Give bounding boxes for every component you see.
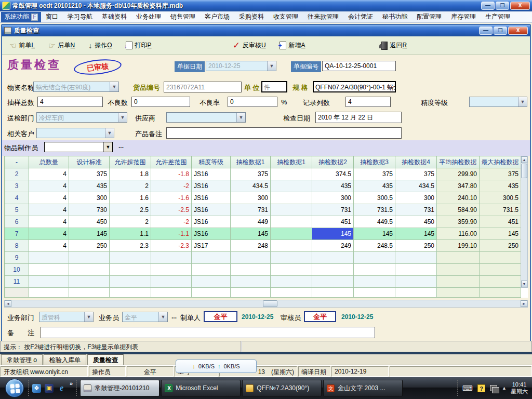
table-cell[interactable]: 449.5 [354, 216, 395, 228]
tab-3[interactable]: 质量检查 [87, 354, 124, 365]
table-cell[interactable] [271, 216, 312, 228]
maker-combo[interactable]: ▼ [44, 142, 113, 152]
table-cell[interactable] [231, 264, 271, 276]
table-cell[interactable]: 145 [480, 228, 521, 240]
unaudit-button[interactable]: ✓反审核U [233, 40, 266, 51]
table-cell[interactable]: 240.10 [437, 192, 480, 204]
table-cell[interactable]: 116.00 [437, 228, 480, 240]
table-cell[interactable]: 450 [395, 216, 437, 228]
prev-button[interactable]: ☜前单L [9, 41, 35, 50]
table-cell[interactable] [110, 276, 151, 288]
table-cell[interactable] [271, 180, 312, 192]
chevron-icon[interactable]: » [70, 380, 73, 387]
table-cell[interactable]: JS16 [192, 192, 231, 204]
taskbar-button[interactable]: 金山文字 2003 ... [323, 380, 403, 396]
table-cell[interactable] [437, 276, 480, 288]
table-cell[interactable]: -2 [151, 216, 192, 228]
table-cell[interactable]: -1.1 [151, 228, 192, 240]
table-cell[interactable] [271, 204, 312, 216]
table-cell[interactable]: -1.6 [151, 192, 192, 204]
table-cell[interactable] [271, 168, 312, 180]
menu-item[interactable]: 秘书功能 [378, 11, 412, 22]
vscroll-thumb[interactable] [521, 164, 527, 178]
table-cell[interactable] [354, 252, 395, 264]
restore-button[interactable]: ❐ [496, 2, 509, 10]
table-cell[interactable]: 450 [69, 216, 110, 228]
table-cell[interactable] [110, 264, 151, 276]
maker-more[interactable]: ... [118, 142, 124, 150]
taskbar-button[interactable]: QFF№7.2A30(90°) [242, 380, 322, 396]
table-cell[interactable]: 4 [29, 216, 69, 228]
table-row[interactable]: 547302.5-2.5JS16731731731.5731584.90731.… [4, 204, 528, 216]
taskbar-button[interactable]: Microsoft Excel [161, 380, 241, 396]
table-cell[interactable]: 248.5 [354, 240, 395, 252]
menu-item[interactable]: 生产管理 [481, 11, 515, 22]
table-cell[interactable] [151, 252, 192, 264]
table-row[interactable]: 344352-2JS16434.5435435434.5347.80435 [4, 180, 528, 192]
table-cell[interactable] [271, 264, 312, 276]
table-cell[interactable]: 1.6 [110, 192, 151, 204]
table-cell[interactable]: 299.90 [437, 168, 480, 180]
ie-icon[interactable]: e [57, 384, 66, 393]
table-cell[interactable]: 4 [29, 204, 69, 216]
table-cell[interactable]: 249 [312, 240, 354, 252]
table-cell[interactable]: -1.8 [151, 168, 192, 180]
menu-item-system[interactable]: 系统功能 F [1, 12, 41, 22]
table-cell[interactable]: 4 [29, 192, 69, 204]
precision-combo[interactable]: ▼ [469, 97, 527, 107]
table-cell[interactable]: 375 [69, 168, 110, 180]
table-cell[interactable]: 731.5 [480, 204, 521, 216]
material-combo[interactable]: 蜗壳结合件(右90度)▼ [33, 82, 119, 92]
table-cell[interactable] [312, 276, 354, 288]
table-cell[interactable]: 4 [29, 228, 69, 240]
table-cell[interactable]: 375 [231, 168, 271, 180]
menu-item[interactable]: 客户市场 [200, 11, 234, 22]
column-header[interactable]: 允许差范围 [151, 156, 192, 168]
table-cell[interactable]: 374.5 [312, 168, 354, 180]
action-button[interactable]: ↓操作O [88, 41, 112, 50]
defect-input[interactable] [131, 97, 190, 107]
menu-item[interactable]: 配置管理 [412, 11, 446, 22]
table-cell[interactable] [271, 192, 312, 204]
table-cell[interactable]: 300 [395, 192, 437, 204]
table-cell[interactable] [29, 252, 69, 264]
table-cell[interactable]: JS16 [192, 228, 231, 240]
horizontal-scrollbar[interactable]: ◄ ► [4, 300, 528, 308]
quick-launch-icon-1[interactable]: ❖ [32, 384, 41, 393]
table-cell[interactable]: 347.80 [437, 180, 480, 192]
tab-2[interactable]: 检验入库单 [44, 354, 86, 365]
customer-combo[interactable]: ▼ [36, 128, 114, 138]
table-cell[interactable]: JS16 [192, 168, 231, 180]
doc-date-combo[interactable]: 2010-12-25▼ [206, 61, 276, 71]
table-cell[interactable]: 584.90 [437, 204, 480, 216]
table-cell[interactable] [395, 264, 437, 276]
table-cell[interactable]: 300.5 [354, 192, 395, 204]
table-cell[interactable] [354, 264, 395, 276]
table-cell[interactable]: 434.5 [395, 180, 437, 192]
product-remark-input[interactable] [166, 127, 402, 139]
table-cell[interactable] [480, 252, 521, 264]
table-cell[interactable] [437, 264, 480, 276]
table-cell[interactable]: 435 [480, 180, 521, 192]
scroll-up-icon[interactable]: ▲ [521, 156, 527, 163]
table-cell[interactable]: 300 [312, 192, 354, 204]
table-cell[interactable]: 250 [395, 240, 437, 252]
table-cell[interactable]: 300 [231, 192, 271, 204]
supplier-combo[interactable]: ▼ [166, 112, 246, 123]
table-cell[interactable]: 375 [480, 168, 521, 180]
table-cell[interactable]: JS16 [192, 204, 231, 216]
start-button[interactable] [5, 379, 24, 397]
table-cell[interactable]: -2.5 [151, 204, 192, 216]
table-cell[interactable]: 451 [312, 216, 354, 228]
dept-combo[interactable]: 冷焊车间▼ [36, 112, 127, 123]
defect-rate-input[interactable] [228, 97, 277, 107]
table-cell[interactable] [231, 252, 271, 264]
menu-item[interactable]: 基础资料 [97, 11, 131, 22]
table-cell[interactable] [271, 252, 312, 264]
doc-minimize-button[interactable]: — [479, 26, 493, 35]
clerk-combo[interactable]: 金平▼ [122, 312, 168, 322]
table-row[interactable]: 443001.6-1.6JS16300300300.5300240.10300.… [4, 192, 528, 204]
table-cell[interactable]: -2.3 [151, 240, 192, 252]
column-header[interactable]: 抽检数据3 [354, 156, 395, 168]
table-cell[interactable] [312, 252, 354, 264]
